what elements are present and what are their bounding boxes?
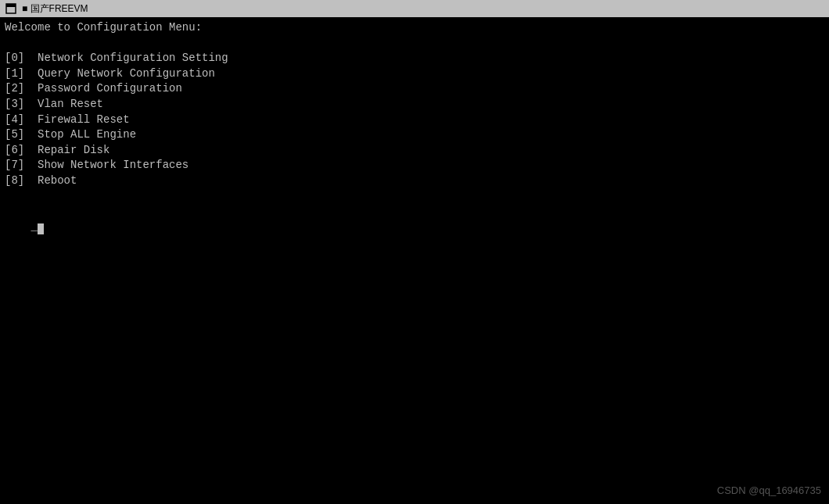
title-bar: ■ 国产FREEVM xyxy=(0,0,829,17)
terminal-line: [1] Query Network Configuration xyxy=(5,66,824,82)
terminal-line: [5] Stop ALL Engine xyxy=(5,127,824,143)
terminal-line xyxy=(5,189,824,205)
terminal-line: [3] Vlan Reset xyxy=(5,97,824,113)
terminal-line: [2] Password Configuration xyxy=(5,81,824,97)
terminal-prompt: _ xyxy=(5,204,824,250)
terminal-line: [6] Repair Disk xyxy=(5,143,824,159)
terminal-line xyxy=(5,36,824,52)
terminal-line: [8] Reboot xyxy=(5,173,824,189)
cursor xyxy=(38,223,44,234)
terminal-window[interactable]: Welcome to Configuration Menu: [0] Netwo… xyxy=(0,17,829,504)
terminal-line: [7] Show Network Interfaces xyxy=(5,158,824,173)
terminal-content: Welcome to Configuration Menu: [0] Netwo… xyxy=(5,20,824,204)
svg-rect-1 xyxy=(6,4,16,7)
terminal-line: Welcome to Configuration Menu: xyxy=(5,20,824,36)
window-icon xyxy=(5,2,17,15)
terminal-line: [4] Firewall Reset xyxy=(5,113,824,128)
watermark: CSDN @qq_16946735 xyxy=(717,484,821,496)
title-bar-label: ■ 国产FREEVM xyxy=(22,2,88,16)
terminal-line: [0] Network Configuration Setting xyxy=(5,51,824,66)
